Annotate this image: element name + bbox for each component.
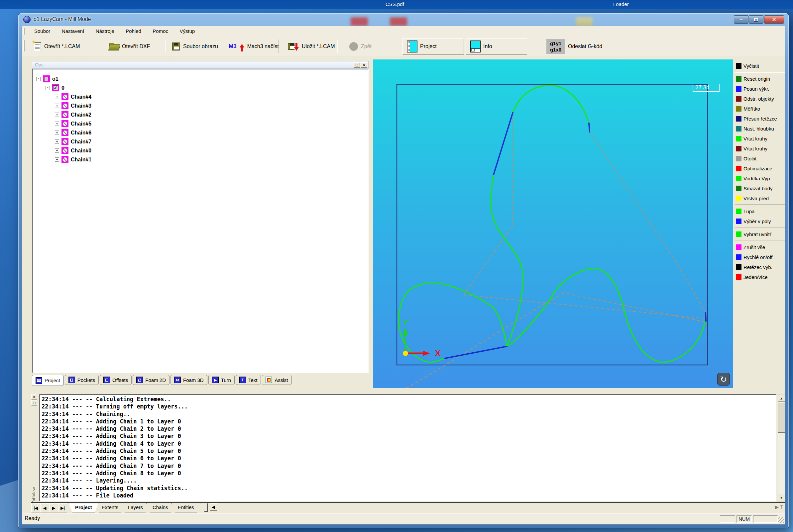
scroll-down-icon[interactable]: ▼ — [778, 494, 785, 501]
open-lcam-button[interactable]: Otevřít *.LCAM — [34, 39, 80, 54]
sidebar-button-reset-origin[interactable]: Reset origin — [735, 74, 785, 84]
sidebar-button-presun-retezce[interactable]: Přesun řetězce — [735, 114, 785, 124]
log-tab-layers[interactable]: Layers — [122, 504, 149, 512]
tree-node-chain[interactable]: + Chain#5 — [32, 119, 368, 128]
tab-offsets[interactable]: Offsets — [100, 375, 132, 385]
send-gcode-button[interactable]: g1y1 g1x0 Odeslat G-kód — [547, 39, 602, 54]
sidebar-button-vycistit[interactable]: Vyčistit — [735, 61, 785, 71]
tab-foam3d[interactable]: ⋈ Foam 3D — [170, 375, 207, 385]
open-dxf-button[interactable]: Otevřít DXF — [109, 39, 150, 54]
tree-node-chain[interactable]: + Chain#6 — [32, 128, 368, 137]
tab-project[interactable]: Project — [32, 375, 64, 386]
tab-text[interactable]: T Text — [236, 375, 261, 385]
sidebar-button-posun-vykr[interactable]: Posun výkr. — [735, 84, 785, 94]
sidebar-button-voditka-vyp[interactable]: Vodítka Vyp. — [735, 173, 785, 183]
tab-assist[interactable]: Assist — [262, 375, 292, 385]
title-bar[interactable]: o1 LazyCam - Mill Mode − × — [18, 13, 789, 26]
menu-nastroje[interactable]: Nástroje — [91, 26, 119, 36]
tab-next-button[interactable]: ▶ — [49, 504, 58, 512]
tree-node-chain[interactable]: + Chain#3 — [32, 101, 368, 110]
panel-restore-button[interactable]: □ — [354, 62, 360, 68]
collapse-icon[interactable]: - — [36, 77, 40, 81]
sidebar-button-vyber-v-poly[interactable]: Výběr v poly — [735, 216, 785, 226]
sidebar-button-otocit[interactable]: Otočit — [735, 153, 785, 164]
menu-vystup[interactable]: Výstup — [174, 26, 200, 36]
sidebar-button-odstr-objekty[interactable]: Odstr. objekty — [735, 94, 785, 103]
expand-icon[interactable]: + — [55, 95, 59, 99]
glass-reflection — [351, 17, 368, 26]
collapse-icon[interactable]: - — [45, 86, 50, 90]
expand-icon[interactable]: + — [55, 113, 59, 117]
layer-checkbox-icon[interactable]: ✓ — [52, 84, 59, 91]
sidebar-button-optimalizace[interactable]: Optimalizace — [735, 164, 785, 173]
maximize-button[interactable] — [749, 15, 763, 23]
log-tab-entities[interactable]: Entities — [171, 504, 200, 512]
log-close-button[interactable]: × — [31, 394, 37, 399]
desktop-icon-label-loader[interactable]: Loader — [613, 1, 629, 7]
expand-icon[interactable]: + — [55, 103, 59, 108]
resize-grip[interactable] — [778, 517, 784, 524]
sidebar-button-jeden-vice[interactable]: Jeden/více — [735, 272, 785, 282]
toolbar-gripper[interactable] — [23, 40, 24, 52]
tab-last-button[interactable]: ▶| — [58, 504, 67, 512]
menu-pomoc[interactable]: Pomoc — [148, 26, 173, 36]
sidebar-button-vrtat-kruhy-2[interactable]: Vrtat kruhy — [735, 144, 785, 153]
log-tab-chains[interactable]: Chains — [146, 504, 174, 512]
sidebar-button-vrtat-kruhy-1[interactable]: Vrtat kruhy — [735, 133, 785, 144]
image-file-button[interactable]: Soubor obrazu — [172, 39, 218, 54]
tab-pockets[interactable]: Pockets — [65, 375, 99, 385]
log-output[interactable]: 22:34:14 --- -- Calculating Extremes.. 2… — [39, 394, 776, 501]
close-button[interactable]: × — [764, 15, 784, 23]
save-lcam-button[interactable]: Uložit *.LCAM — [288, 39, 335, 54]
ops-panel-header[interactable]: Ops □ × — [32, 61, 369, 69]
log-tab-extents[interactable]: Extents — [95, 504, 125, 512]
info-view-button[interactable]: Info — [466, 38, 527, 55]
sidebar-button-zrusit-vse[interactable]: Zrušit vše — [735, 242, 785, 252]
log-line: 22:34:14 --- -- Calculating Extremes.. — [41, 396, 774, 403]
sidebar-button-lupa[interactable]: Lupa — [735, 206, 785, 216]
expand-icon[interactable]: + — [55, 131, 59, 135]
sidebar-button-rychle-onoff[interactable]: Rychlé on/off — [735, 252, 785, 262]
tree-node-root[interactable]: - o1 — [32, 74, 368, 83]
menu-nastaveni[interactable]: Nastavení — [57, 26, 89, 36]
menu-pohled[interactable]: Pohled — [121, 26, 146, 36]
tree-node-layer[interactable]: - ✓ 0 — [32, 83, 368, 92]
log-restore-button[interactable]: □ — [31, 400, 37, 405]
minimize-button[interactable]: − — [734, 15, 749, 23]
tree-node-chain[interactable]: + Chain#2 — [32, 110, 368, 119]
rotate-view-button[interactable]: ↻ — [717, 373, 730, 385]
ops-tree[interactable]: - o1 - ✓ 0 + Chain#4 + — [32, 69, 369, 373]
expand-icon[interactable]: + — [55, 157, 59, 162]
undo-button[interactable]: Zpět — [349, 39, 372, 54]
log-tab-project[interactable]: Project — [69, 504, 98, 512]
scrollbar-thumb[interactable] — [778, 403, 785, 433]
tab-prev-button[interactable]: ◀ — [40, 504, 49, 512]
tab-turn[interactable]: ▶ Turn — [208, 375, 235, 385]
sidebar-button-smazat-body[interactable]: Smazat body — [735, 183, 785, 193]
color-swatch-icon — [736, 254, 741, 260]
menu-gripper[interactable] — [23, 28, 24, 35]
tab-foam2d[interactable]: Foam 2D — [133, 375, 169, 385]
tab-first-button[interactable]: |◀ — [31, 504, 40, 512]
sidebar-button-vybrat-uvnitr[interactable]: Vybrat uvnitř — [735, 229, 785, 239]
sidebar-button-retezec-vyb[interactable]: Řetězec vyb. — [735, 262, 785, 272]
expand-icon[interactable]: + — [55, 121, 59, 126]
sidebar-button-nast-hloubku[interactable]: Nast. hloubku — [735, 124, 785, 133]
project-view-button[interactable]: Project — [403, 38, 464, 55]
drawing-canvas[interactable]: Y X 27.34 ↻ — [373, 59, 733, 388]
tree-node-chain[interactable]: + Chain#7 — [32, 137, 368, 146]
scroll-up-icon[interactable]: ▲ — [778, 395, 785, 402]
expand-icon[interactable]: + — [55, 139, 59, 144]
desktop-icon-label-csspdf[interactable]: CSS.pdf — [386, 1, 404, 7]
panel-close-button[interactable]: × — [361, 62, 367, 68]
menu-soubor[interactable]: Soubor — [29, 26, 55, 36]
expand-icon[interactable]: + — [55, 149, 59, 153]
tree-node-chain[interactable]: + Chain#4 — [32, 92, 368, 101]
log-vertical-scrollbar[interactable]: ▲ ▼ — [777, 394, 785, 501]
sidebar-button-meritko[interactable]: Měřítko — [735, 103, 785, 114]
tree-node-chain[interactable]: + Chain#1 — [32, 155, 368, 164]
sidebar-button-vrstva-pred[interactable]: Vrstva před — [735, 193, 785, 203]
mach3-load-button[interactable]: M3 Mach3 načíst — [229, 39, 279, 54]
tab-scroll-left-button[interactable]: ◀ — [210, 504, 217, 511]
tree-node-chain[interactable]: + Chain#0 — [32, 146, 368, 155]
